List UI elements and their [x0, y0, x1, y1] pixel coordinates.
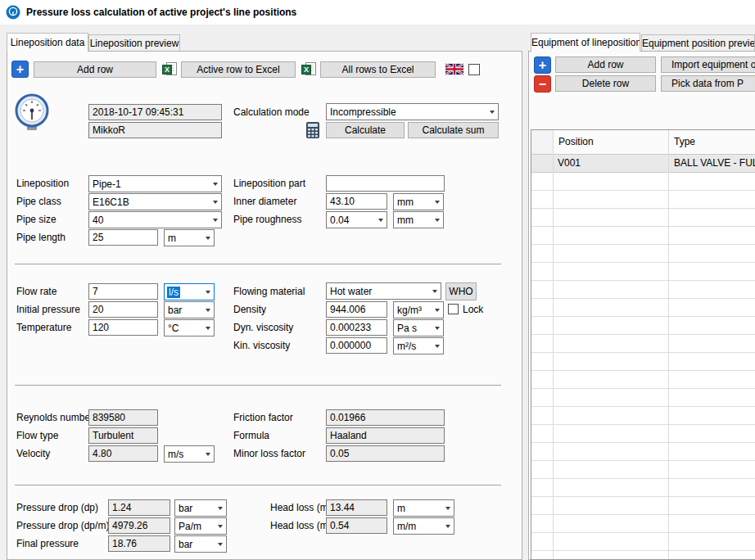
head-loss-label: Head loss (m) — [270, 501, 332, 515]
temperature-unit-value: °C — [165, 323, 201, 334]
import-equipment-button[interactable]: Import equipment of t — [661, 56, 755, 73]
equipment-type-cell[interactable]: BALL VALVE - FULLY OPEN — [674, 155, 755, 172]
pipe-roughness-value: 0.04 — [327, 215, 374, 226]
flowing-material-select[interactable]: Hot water — [326, 282, 441, 300]
uk-flag-icon[interactable] — [445, 63, 463, 75]
inner-diameter-label: Inner diameter — [233, 195, 296, 209]
dyn-viscosity-unit-select[interactable]: Pa s — [393, 319, 444, 336]
gauge-icon — [13, 93, 51, 131]
pipe-size-select[interactable]: 40 — [88, 211, 222, 228]
kin-viscosity-input[interactable]: 0.000000 — [326, 337, 387, 354]
active-row-to-excel-button[interactable]: Active row to Excel — [181, 61, 296, 78]
chevron-down-icon — [209, 212, 221, 228]
lock-label: Lock — [463, 303, 483, 317]
density-input[interactable]: 944.006 — [326, 301, 387, 318]
inner-diameter-unit-select[interactable]: mm — [393, 193, 444, 210]
dyn-viscosity-input[interactable]: 0.000233 — [326, 319, 387, 336]
friction-factor-label: Friction factor — [233, 411, 293, 425]
reynolds-label: Reynolds number — [16, 411, 93, 425]
timestamp-field: 2018-10-17 09:45:31 — [88, 104, 222, 120]
flowing-material-value: Hot water — [327, 286, 428, 297]
chevron-down-icon — [431, 338, 443, 354]
final-pressure-unit-value: bar — [175, 539, 214, 550]
calculate-sum-button[interactable]: Calculate sum — [408, 122, 499, 138]
density-unit-select[interactable]: kg/m³ — [393, 301, 444, 318]
final-pressure-unit-select[interactable]: bar — [174, 535, 227, 553]
chevron-down-icon — [214, 518, 226, 534]
velocity-unit-select[interactable]: m/s — [164, 445, 215, 463]
pipe-roughness-label: Pipe roughness — [233, 213, 301, 227]
pipe-length-unit-value: m — [165, 233, 201, 244]
flow-type-label: Flow type — [16, 429, 58, 443]
equipment-add-row-button[interactable]: Add row — [555, 56, 656, 73]
column-header-type[interactable]: Type — [669, 130, 755, 155]
formula-label: Formula — [233, 429, 269, 443]
pressure-drop-unit-select[interactable]: bar — [174, 499, 227, 517]
head-loss-per-m-field: 0.54 — [326, 517, 387, 534]
pipe-length-label: Pipe length — [16, 231, 66, 245]
pipe-length-unit-select[interactable]: m — [164, 229, 215, 246]
chevron-down-icon — [428, 283, 441, 299]
add-row-button[interactable]: Add row — [34, 61, 156, 78]
lock-checkbox[interactable] — [448, 304, 459, 314]
pipe-size-label: Pipe size — [16, 213, 57, 227]
initial-pressure-label: Initial pressure — [16, 303, 80, 317]
all-rows-to-excel-button[interactable]: All rows to Excel — [320, 61, 436, 78]
tab-equipment-position-preview[interactable]: Equipment position preview — [641, 34, 755, 52]
calculation-mode-value: Incompressible — [327, 106, 486, 118]
head-loss-per-m-unit-value: m/m — [394, 521, 441, 532]
flow-rate-input[interactable]: 7 — [88, 283, 158, 300]
chevron-down-icon — [201, 320, 214, 336]
density-label: Density — [233, 303, 266, 317]
flow-rate-unit-select[interactable]: l/s — [164, 283, 215, 300]
tab-equipment-of-lineposition[interactable]: Equipment of lineposition — [531, 33, 640, 52]
temperature-label: Temperature — [16, 321, 71, 335]
equipment-position-cell[interactable]: V001 — [558, 155, 581, 172]
velocity-field: 4.80 — [88, 445, 158, 462]
app-gauge-logo-icon — [6, 5, 20, 20]
lineposition-label: Lineposition — [16, 177, 69, 191]
equipment-delete-row-button[interactable]: Delete row — [555, 75, 656, 92]
inner-diameter-unit-value: mm — [394, 196, 431, 208]
lineposition-select[interactable]: Pipe-1 — [88, 175, 222, 192]
head-loss-per-m-unit-select[interactable]: m/m — [393, 517, 454, 535]
initial-pressure-input[interactable]: 20 — [88, 301, 158, 318]
pipe-class-select[interactable]: E16C1B — [88, 193, 222, 210]
head-loss-unit-select[interactable]: m — [393, 499, 454, 517]
initial-pressure-unit-value: bar — [165, 305, 201, 316]
table-row[interactable]: V001 BALL VALVE - FULLY OPEN — [531, 155, 755, 173]
pipe-roughness-select[interactable]: 0.04 — [326, 211, 387, 228]
inner-diameter-input[interactable]: 43.10 — [326, 193, 387, 210]
initial-pressure-unit-select[interactable]: bar — [164, 301, 215, 318]
column-header-position[interactable]: Position — [554, 130, 668, 155]
pressure-drop-unit-value: bar — [175, 503, 214, 514]
calculator-icon[interactable] — [306, 122, 319, 138]
section-divider — [15, 385, 501, 386]
density-unit-value: kg/m³ — [394, 305, 431, 316]
pipe-length-input[interactable]: 25 — [88, 229, 158, 246]
kin-viscosity-unit-select[interactable]: m²/s — [393, 337, 444, 355]
pressure-drop-per-m-unit-select[interactable]: Pa/m — [174, 517, 227, 535]
pipe-roughness-unit-select[interactable]: mm — [393, 211, 444, 228]
delete-icon[interactable]: − — [534, 75, 551, 93]
svg-text:X: X — [165, 65, 170, 74]
language-checkbox[interactable] — [468, 64, 480, 75]
add-icon[interactable]: + — [534, 56, 551, 74]
temperature-input[interactable]: 120 — [88, 319, 158, 336]
reynolds-field: 839580 — [88, 409, 158, 426]
pipe-class-value: E16C1B — [89, 196, 209, 208]
pick-data-button[interactable]: Pick data from P — [661, 75, 755, 92]
tab-lineposition-data[interactable]: Lineposition data — [7, 33, 88, 52]
chevron-down-icon — [209, 194, 221, 210]
chevron-down-icon — [201, 230, 214, 246]
chevron-down-icon — [214, 500, 226, 516]
equipment-table: V001 BALL VALVE - FULLY OPEN Position Ty… — [531, 129, 755, 560]
temperature-unit-select[interactable]: °C — [164, 319, 215, 336]
calculation-mode-select[interactable]: Incompressible — [326, 103, 499, 120]
lineposition-part-input[interactable] — [326, 175, 445, 192]
grid-line — [553, 130, 554, 559]
add-icon[interactable]: + — [11, 61, 29, 78]
who-button[interactable]: WHO — [445, 282, 477, 300]
tab-lineposition-preview[interactable]: Lineposition preview — [88, 34, 180, 52]
calculate-button[interactable]: Calculate — [326, 122, 405, 138]
